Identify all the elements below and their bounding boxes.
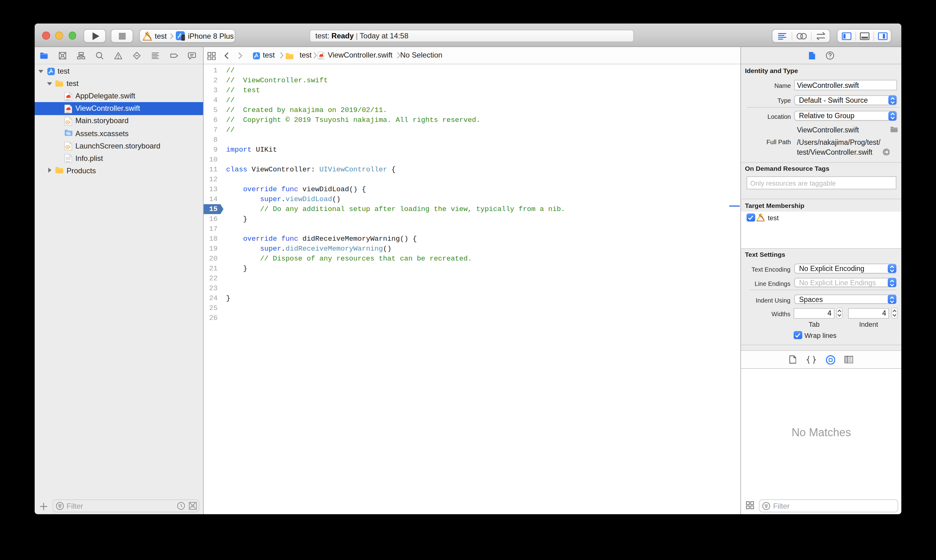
svg-text:SWIFT: SWIFT xyxy=(66,111,71,112)
svg-text:test: test xyxy=(154,32,166,40)
svg-text:PLIST: PLIST xyxy=(66,161,70,162)
svg-text:iPhone 8 Plus: iPhone 8 Plus xyxy=(188,32,233,40)
svg-text:SWIFT: SWIFT xyxy=(319,57,323,59)
svg-text:SWIFT: SWIFT xyxy=(66,98,71,100)
